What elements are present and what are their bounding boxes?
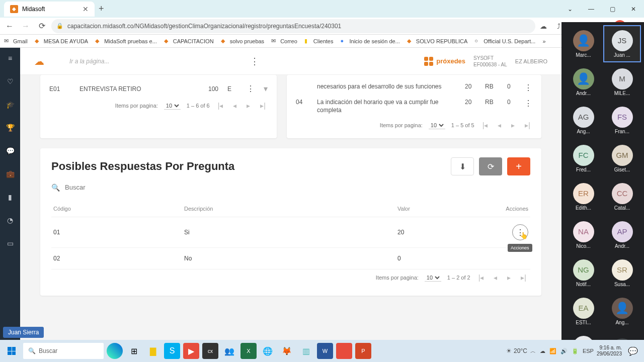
participant-tile[interactable]: JSJuan ...	[603, 25, 641, 62]
nav-education-icon[interactable]: 🎓	[6, 100, 15, 109]
pager-next-icon[interactable]: ▸	[505, 274, 513, 282]
participant-tile[interactable]: AGAng...	[565, 102, 602, 139]
participant-tile[interactable]: FCFred...	[565, 140, 602, 177]
participant-tile[interactable]: NGNotif...	[565, 254, 602, 292]
survey-row[interactable]: E01 ENTREVISTA RETIRO 100 E ⋮ ▾	[47, 80, 270, 98]
pager-size-select[interactable]: 10	[164, 102, 181, 110]
download-button[interactable]: ⬇	[451, 157, 474, 175]
bookmark-overflow[interactable]: »	[542, 38, 545, 44]
chevron-down-icon[interactable]: ⌄	[559, 1, 581, 17]
question-desc: necesarios para el desarrollo de sus fun…	[317, 83, 458, 91]
close-tab-icon[interactable]: ✕	[83, 5, 89, 13]
pager-first-icon[interactable]: |◂	[216, 102, 225, 110]
pager-first-icon[interactable]: |◂	[476, 274, 486, 282]
search-input[interactable]	[63, 182, 164, 193]
chrome-icon[interactable]: 🌐	[260, 343, 276, 359]
question-row[interactable]: necesarios para el desarrollo de sus fun…	[294, 80, 534, 96]
participant-tile[interactable]: EREdith...	[565, 178, 602, 215]
bookmark-item[interactable]: ✉Gmail	[4, 38, 28, 45]
app-icon[interactable]: cx	[202, 343, 218, 359]
refresh-button[interactable]: ⟳	[479, 157, 502, 175]
notepad-icon[interactable]: ▥	[298, 343, 314, 359]
participant-tile[interactable]: EAESTI...	[565, 293, 602, 330]
pager-size-select[interactable]: 10	[429, 122, 445, 129]
row-menu-icon[interactable]: ⋮	[524, 83, 532, 93]
file-explorer-icon[interactable]: ▇	[145, 343, 161, 359]
powerpoint-icon[interactable]: P	[355, 343, 371, 359]
skype-icon[interactable]: S	[164, 343, 180, 359]
pager-prev-icon[interactable]: ◂	[231, 102, 238, 110]
participant-tile[interactable]: GMGiset...	[603, 140, 641, 177]
participant-tile[interactable]: MMILE...	[603, 63, 641, 101]
pager-first-icon[interactable]: |◂	[480, 121, 490, 129]
browser-tab[interactable]: ◆ Midasoft ✕	[4, 2, 95, 17]
participant-tile[interactable]: YYehiny	[565, 331, 602, 340]
nav-menu-icon[interactable]: ≡	[6, 54, 15, 63]
participant-tile[interactable]: FSFran...	[603, 102, 641, 139]
pager-last-icon[interactable]: ▸|	[258, 102, 268, 110]
teams-icon[interactable]: 👥	[221, 343, 237, 359]
clock[interactable]: 9:16 a. m. 29/06/2023	[597, 345, 622, 357]
pager-prev-icon[interactable]: ◂	[492, 274, 499, 282]
word-icon[interactable]: W	[317, 343, 333, 359]
pager-last-icon[interactable]: ▸|	[523, 121, 532, 129]
participant-tile[interactable]: NANico...	[565, 216, 602, 253]
taskbar-search[interactable]: 🔍 Buscar	[23, 343, 104, 359]
pager-prev-icon[interactable]: ◂	[496, 121, 503, 129]
maximize-button[interactable]: ▢	[602, 1, 623, 17]
weather-widget[interactable]: ☀ 20°C	[506, 347, 527, 354]
nav-trophy-icon[interactable]: 🏆	[6, 123, 15, 132]
participant-tile[interactable]: 👤Andr...	[565, 63, 602, 101]
bookmark-item[interactable]: ✉Correo	[271, 38, 297, 45]
taskbar-app-icon[interactable]: ⊞	[126, 343, 142, 359]
app-icon[interactable]	[336, 343, 352, 359]
url-input[interactable]: 🔒 capacitacion.midasoft.co/NGMidasoft/ge…	[51, 19, 535, 33]
start-button[interactable]	[3, 343, 20, 359]
participant-tile[interactable]: +3	[603, 331, 641, 340]
pager-next-icon[interactable]: ▸	[245, 102, 252, 110]
task-view-icon[interactable]	[107, 343, 123, 359]
pager-next-icon[interactable]: ▸	[509, 121, 517, 129]
bookmark-item[interactable]: ◆SOLVO REPUBLICA	[407, 38, 468, 45]
nav-briefcase-icon[interactable]: 💼	[6, 169, 15, 178]
add-button[interactable]: +	[507, 157, 530, 175]
nav-chat-icon[interactable]: 💬	[6, 146, 15, 155]
bookmark-item[interactable]: ◆solvo pruebas	[221, 38, 265, 45]
bookmark-item[interactable]: ◆MESA DE AYUDA	[35, 38, 88, 45]
participant-tile[interactable]: 👤Marc...	[565, 25, 602, 62]
nav-pie-icon[interactable]: ◔	[6, 216, 15, 225]
new-tab-button[interactable]: +	[99, 4, 104, 14]
close-window-button[interactable]: ✕	[623, 1, 644, 17]
minimize-button[interactable]: —	[581, 1, 602, 17]
pager-size-select[interactable]: 10	[425, 274, 441, 282]
bookmark-item[interactable]: ▮Clientes	[304, 38, 334, 45]
header-menu-icon[interactable]: ⋮	[250, 56, 259, 67]
nav-card-icon[interactable]: ▭	[6, 239, 15, 248]
goto-page-input[interactable]: Ir a la página...	[69, 58, 109, 65]
system-tray[interactable]: ︿ ☁ 📶 🔊 🔋 ESP	[530, 347, 594, 355]
forward-button[interactable]: →	[19, 20, 32, 33]
nav-heart-icon[interactable]: ♡	[6, 77, 15, 86]
excel-icon[interactable]: X	[240, 343, 257, 359]
participant-tile[interactable]: APAndr...	[603, 216, 641, 253]
participant-tile[interactable]: 👤Ang...	[603, 293, 641, 330]
pager-last-icon[interactable]: ▸|	[519, 274, 528, 282]
bookmark-item[interactable]: ○Official U.S. Depart...	[474, 38, 535, 45]
back-button[interactable]: ←	[3, 20, 16, 33]
question-row[interactable]: 04 La indicación del horario que va a cu…	[294, 96, 534, 117]
row-menu-icon[interactable]: ⋮	[247, 84, 255, 94]
row-menu-icon[interactable]: ⋮	[524, 99, 532, 108]
bookmark-item[interactable]: ◆MidaSoft pruebas e...	[95, 38, 157, 45]
row-expand-icon[interactable]: ▾	[264, 84, 268, 94]
bookmark-item[interactable]: ◆CAPACITACION	[164, 38, 214, 45]
notifications-icon[interactable]: 💬	[625, 343, 641, 359]
row-actions-button[interactable]: ⋮ 👆 Acciones	[512, 224, 528, 240]
firefox-icon[interactable]: 🦊	[279, 343, 295, 359]
bookmark-item[interactable]: ●Inicio de sesión de...	[341, 38, 400, 45]
app-icon[interactable]: ▶	[183, 343, 199, 359]
participant-tile[interactable]: CCCatal...	[603, 178, 641, 215]
reload-button[interactable]: ⟳	[35, 20, 48, 33]
nav-chart-icon[interactable]: ▮	[6, 193, 15, 202]
translate-icon[interactable]: ☁	[538, 21, 548, 31]
participant-tile[interactable]: SRSusa...	[603, 254, 641, 292]
